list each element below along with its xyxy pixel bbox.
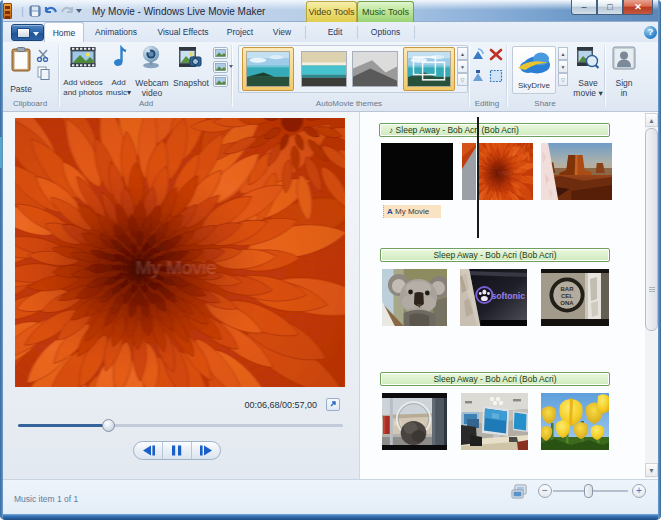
svg-text:CEL: CEL bbox=[561, 293, 573, 299]
svg-text:softonic: softonic bbox=[491, 291, 525, 301]
svg-text:BAR: BAR bbox=[561, 286, 575, 292]
svg-text:ONA: ONA bbox=[560, 300, 574, 306]
